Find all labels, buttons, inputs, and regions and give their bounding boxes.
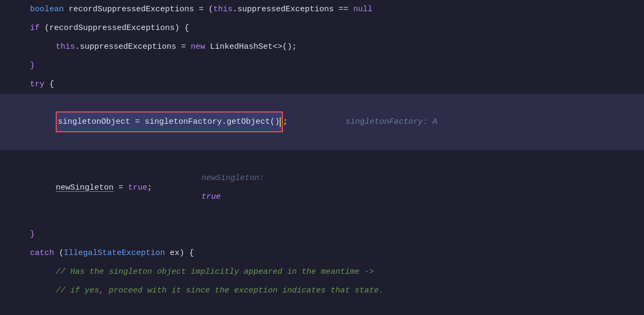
code-line-3: this .suppressedExceptions = new LinkedH…	[0, 38, 644, 56]
keyword-true: true	[128, 178, 147, 197]
code-line-4: }	[0, 56, 644, 75]
keyword-this: this	[213, 0, 233, 19]
keyword-try: try	[30, 75, 44, 94]
code-line-9: catch ( IllegalStateException ex) {	[0, 244, 644, 262]
code-line-5: try {	[0, 75, 644, 94]
code-text: {	[44, 75, 54, 94]
cursor	[280, 117, 281, 127]
hint-value: true	[201, 192, 221, 201]
comment-line2: // if yes, proceed with it since the exc…	[56, 281, 384, 300]
comment-line1: // Has the singleton object implicitly a…	[56, 262, 374, 281]
code-line-10: // Has the singleton object implicitly a…	[0, 262, 644, 281]
code-line-2: if (recordSuppressedExceptions) {	[0, 19, 644, 38]
code-text: (	[54, 244, 64, 262]
var-new-singleton: newSingleton	[56, 178, 114, 197]
keyword-if: if	[30, 19, 40, 38]
brace-close: }	[30, 225, 35, 244]
inline-hint-bean-name: beanName: "c	[327, 300, 414, 315]
keyword-new: new	[191, 38, 205, 56]
hint-label: newSingleton:	[201, 174, 269, 183]
code-content: boolean recordSuppressedExceptions = ( t…	[0, 0, 644, 315]
code-text: (recordSuppressedExceptions) {	[40, 19, 189, 38]
keyword-boolean: boolean	[30, 0, 64, 19]
inline-hint-singleton-factory: singletonFactory: A	[298, 94, 437, 150]
code-line-1: boolean recordSuppressedExceptions = ( t…	[0, 0, 644, 19]
code-line-12: singletonObject = this .singletonObjects…	[0, 300, 644, 315]
keyword-null: null	[353, 0, 372, 19]
hint-text: singletonFactory: A	[346, 117, 437, 126]
code-text: =	[114, 178, 128, 197]
code-line-7: newSingleton = true ; newSingleton: true	[0, 150, 644, 225]
code-text: recordSuppressedExceptions = (	[64, 0, 213, 19]
selected-expression: singletonObject = singletonFactory.getOb…	[56, 111, 283, 132]
code-text: ex) {	[165, 244, 194, 262]
brace-close: }	[30, 56, 35, 75]
code-line-6: singletonObject = singletonFactory.getOb…	[0, 94, 644, 150]
code-editor: boolean recordSuppressedExceptions = ( t…	[0, 0, 644, 315]
code-selected-text: singletonObject = singletonFactory.getOb…	[58, 112, 280, 131]
code-text: LinkedHashSet<>();	[205, 38, 297, 56]
type-illegal-state: IllegalStateException	[64, 244, 165, 262]
code-line-8: }	[0, 225, 644, 244]
inline-hint-new-singleton: newSingleton: true	[163, 150, 269, 225]
code-text: .suppressedExceptions =	[75, 38, 191, 56]
keyword-catch: catch	[30, 244, 54, 262]
code-text: ;	[147, 178, 152, 197]
code-line-11: // if yes, proceed with it since the exc…	[0, 281, 644, 300]
code-text: ;	[283, 112, 288, 131]
keyword-this: this	[56, 38, 75, 56]
code-text: .suppressedExceptions ==	[233, 0, 353, 19]
